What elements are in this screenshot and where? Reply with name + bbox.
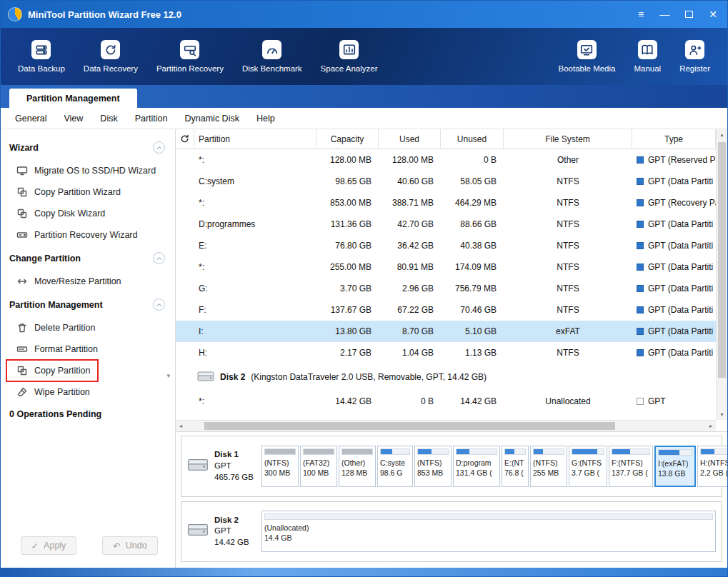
column-header-type[interactable]: Type <box>632 129 716 149</box>
table-row[interactable]: *:14.42 GB0 B14.42 GBUnallocatedGPT <box>176 391 716 412</box>
partition-type-icon <box>637 156 644 164</box>
disk-group-header[interactable]: Disk 2 (Kingston DataTraveler 2.0 USB, R… <box>176 363 716 391</box>
toolbar-item-label: Disk Benchmark <box>242 64 302 73</box>
cell-capacity: 2.17 GB <box>316 342 379 363</box>
undo-button[interactable]: ↶ Undo <box>102 536 158 555</box>
menu-item-general[interactable]: General <box>6 114 55 124</box>
cell-type: GPT (Data Partiti <box>632 256 716 278</box>
refresh-icon[interactable] <box>176 129 194 149</box>
hamburger-menu-icon[interactable]: ≡ <box>638 9 644 19</box>
sidebar-scroll-down-icon[interactable]: ▾ <box>166 372 170 379</box>
column-header-unused[interactable]: Unused <box>441 129 504 149</box>
disk-map: Disk 1GPT465.76 GB(NTFS)300 MB(FAT32)100… <box>176 432 727 568</box>
cell-capacity: 128.00 MB <box>316 149 379 171</box>
tab-partition-management[interactable]: Partition Management <box>9 89 137 108</box>
row-lead-cell <box>176 192 194 214</box>
cell-partition: *: <box>194 192 316 214</box>
sidebar-item-copy-partition[interactable]: Copy Partition <box>6 360 98 381</box>
sidebar-item-wipe-partition[interactable]: Wipe Partition <box>1 381 175 403</box>
menu-item-disk[interactable]: Disk <box>91 114 126 124</box>
sidebar-item-format-partition[interactable]: Format Partition <box>1 338 175 360</box>
menu-item-dynamic-disk[interactable]: Dynamic Disk <box>176 114 248 124</box>
scroll-left-icon[interactable]: ◂ <box>179 423 182 429</box>
disk-group-info: (Kingston DataTraveler 2.0 USB, Removabl… <box>251 372 487 382</box>
partition-block-h-ntfs-2-2-gb[interactable]: H:(NTFS2.2 GB ( <box>697 446 728 487</box>
partition-block-ntfs-853-mb[interactable]: (NTFS)853 MB <box>414 446 452 487</box>
toolbar-item-partition-recovery[interactable]: Partition Recovery <box>151 36 229 77</box>
cell-file-system: exFAT <box>504 321 632 342</box>
table-row[interactable]: I:13.80 GB8.70 GB5.10 GBexFATGPT (Data P… <box>176 321 716 342</box>
column-header-partition[interactable]: Partition <box>194 129 316 149</box>
scroll-up-icon[interactable]: ▴ <box>717 131 727 138</box>
toolbar-item-manual[interactable]: Manual <box>628 36 667 77</box>
menu-item-partition[interactable]: Partition <box>126 114 176 124</box>
toolbar-item-data-recovery[interactable]: Data Recovery <box>78 36 144 77</box>
sidebar-item-partition-recovery-wizard[interactable]: Partition Recovery Wizard <box>1 224 175 246</box>
minimize-button[interactable]: — <box>659 9 669 19</box>
sidebar-item-move-resize-partition[interactable]: Move/Resize Partition <box>1 271 175 292</box>
usage-bar <box>456 448 497 455</box>
partition-block-fat32-100-mb[interactable]: (FAT32)100 MB <box>300 446 337 487</box>
partition-block-e-nt-76-8[interactable]: E:(NT76.8 ( <box>502 446 529 487</box>
table-row[interactable]: *:128.00 MB128.00 MB0 BOtherGPT (Reserve… <box>176 149 716 171</box>
cell-partition: I: <box>194 321 316 342</box>
cell-unused: 464.29 MB <box>441 192 504 214</box>
column-header-used[interactable]: Used <box>379 129 441 149</box>
partition-block-ntfs-255-mb[interactable]: (NTFS)255 MB <box>530 446 567 487</box>
usage-bar <box>380 448 410 455</box>
sidebar-item-copy-disk-wizard[interactable]: Copy Disk Wizard <box>1 203 175 224</box>
sidebar-item-label: Copy Partition Wizard <box>34 187 121 197</box>
scroll-down-icon[interactable]: ▾ <box>717 411 727 418</box>
block-label-line2: 3.7 GB ( <box>572 468 604 478</box>
horizontal-scrollbar[interactable]: ◂ ▸ <box>176 420 716 431</box>
vertical-scrollbar-thumb[interactable] <box>718 142 726 378</box>
collapse-button[interactable] <box>153 141 165 154</box>
toolbar-item-register[interactable]: Register <box>674 36 716 77</box>
table-row[interactable]: D:programmes131.36 GB42.70 GB88.66 GBNTF… <box>176 214 716 235</box>
sidebar-item-copy-partition-wizard[interactable]: Copy Partition Wizard <box>1 181 175 203</box>
usage-fill <box>342 449 372 454</box>
toolbar-item-data-backup[interactable]: Data Backup <box>12 36 71 77</box>
partition-block-d-program-131-4-gb[interactable]: D:program131.4 GB ( <box>453 446 500 487</box>
horizontal-scrollbar-thumb[interactable] <box>204 422 615 430</box>
section-title: Partition Management <box>9 300 103 310</box>
column-header-file-system[interactable]: File System <box>504 129 632 149</box>
apply-button[interactable]: ✓ Apply <box>21 536 76 555</box>
collapse-button[interactable] <box>153 252 165 264</box>
partition-block-f-ntfs-137-7-gb[interactable]: F:(NTFS)137.7 GB ( <box>609 446 653 487</box>
table-row[interactable]: F:137.67 GB67.22 GB70.46 GBNTFSGPT (Data… <box>176 299 716 321</box>
table-row[interactable]: E:76.80 GB36.42 GB40.38 GBNTFSGPT (Data … <box>176 235 716 256</box>
cell-file-system: NTFS <box>504 214 632 235</box>
block-label-line2: 128 MB <box>341 468 373 478</box>
partition-block-c-syste-98-6-g[interactable]: C:syste98.6 G <box>377 446 413 487</box>
partition-block-g-ntfs-3-7-gb[interactable]: G:(NTFS3.7 GB ( <box>569 446 607 487</box>
maximize-button[interactable] <box>685 9 693 19</box>
partition-block-i-exfat-13-8-gb[interactable]: I:(exFAT)13.8 GB <box>654 446 696 487</box>
table-row[interactable]: C:system98.65 GB40.60 GB58.05 GBNTFSGPT … <box>176 171 716 192</box>
toolbar-item-bootable-media[interactable]: Bootable Media <box>553 36 622 77</box>
menu-item-view[interactable]: View <box>55 114 91 124</box>
close-button[interactable]: ✕ <box>709 9 717 19</box>
collapse-button[interactable] <box>153 298 165 311</box>
cell-used: 42.70 GB <box>379 214 441 235</box>
partition-block-other-128-mb[interactable]: (Other)128 MB <box>339 446 376 487</box>
partition-block-unallocated-14-4-gb[interactable]: (Unallocated)14.4 GB <box>261 511 716 552</box>
cell-type: GPT (Data Partiti <box>632 171 716 192</box>
usage-bar <box>303 448 334 455</box>
cell-type: GPT (Recovery Pa <box>632 192 716 214</box>
table-row[interactable]: *:853.00 MB388.71 MB464.29 MBNTFSGPT (Re… <box>176 192 716 214</box>
section-title: Change Partition <box>9 254 81 264</box>
block-label-line1: (Unallocated) <box>264 523 713 533</box>
vertical-scrollbar[interactable]: ▴ ▾ <box>716 129 727 420</box>
toolbar-item-disk-benchmark[interactable]: Disk Benchmark <box>236 36 308 77</box>
table-row[interactable]: *:255.00 MB80.91 MB174.09 MBNTFSGPT (Dat… <box>176 256 716 278</box>
toolbar-item-space-analyzer[interactable]: Space Analyzer <box>315 36 384 77</box>
menu-item-help[interactable]: Help <box>248 114 284 124</box>
scroll-right-icon[interactable]: ▸ <box>709 423 712 429</box>
partition-block-ntfs-300-mb[interactable]: (NTFS)300 MB <box>261 446 299 487</box>
sidebar-item-delete-partition[interactable]: Delete Partition <box>1 317 175 338</box>
table-row[interactable]: G:3.70 GB2.96 GB756.79 MBNTFSGPT (Data P… <box>176 278 716 299</box>
column-header-capacity[interactable]: Capacity <box>316 129 379 149</box>
table-row[interactable]: H:2.17 GB1.04 GB1.13 GBNTFSGPT (Data Par… <box>176 342 716 363</box>
sidebar-item-migrate-os-to-ssd-hd-wizard[interactable]: Migrate OS to SSD/HD Wizard <box>1 160 175 181</box>
